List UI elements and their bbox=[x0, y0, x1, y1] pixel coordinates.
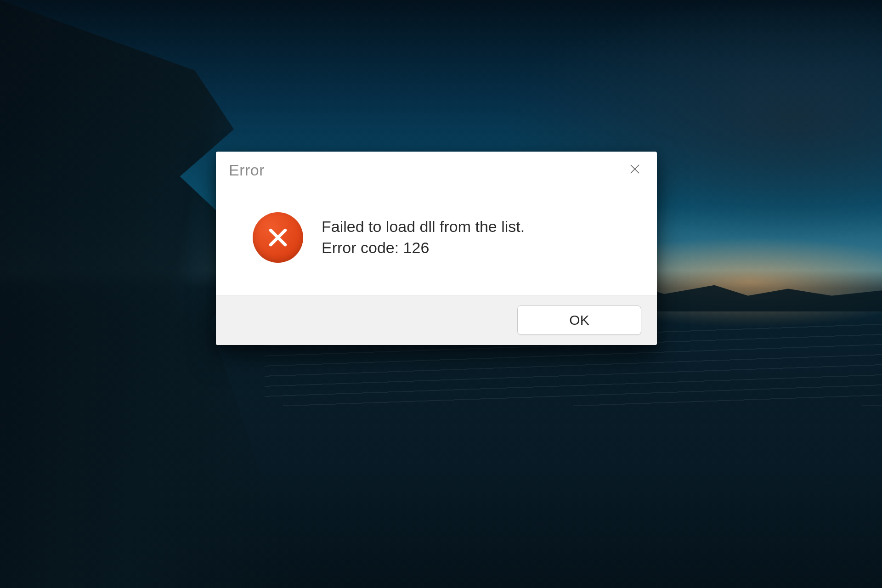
error-message-line2: Error code: 126 bbox=[322, 237, 525, 259]
error-message: Failed to load dll from the list. Error … bbox=[322, 216, 525, 259]
dialog-title: Error bbox=[229, 161, 265, 179]
ok-button[interactable]: OK bbox=[517, 305, 641, 335]
close-button[interactable] bbox=[624, 159, 646, 181]
dialog-titlebar: Error bbox=[216, 152, 657, 185]
error-dialog: Error Failed to load dll from the list. … bbox=[216, 152, 657, 345]
close-icon bbox=[629, 163, 641, 177]
dialog-body: Failed to load dll from the list. Error … bbox=[216, 185, 657, 295]
dialog-footer: OK bbox=[216, 295, 657, 345]
error-message-line1: Failed to load dll from the list. bbox=[322, 216, 525, 237]
error-x-icon bbox=[253, 212, 303, 263]
